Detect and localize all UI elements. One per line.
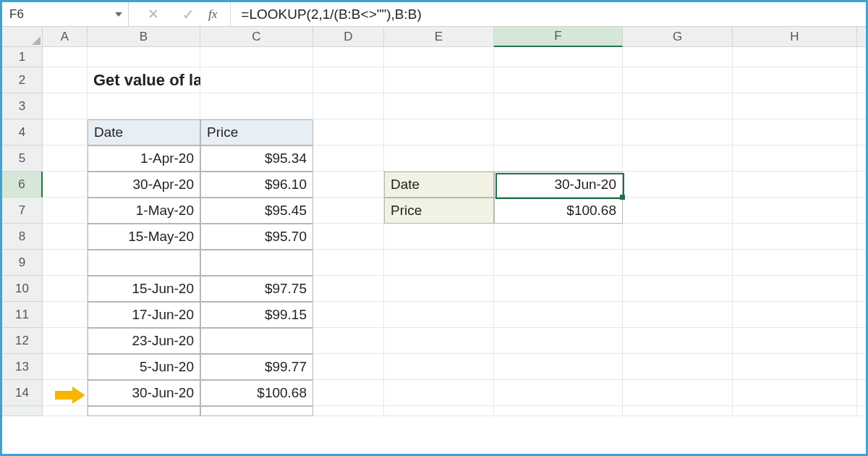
cell-D13[interactable] — [313, 354, 384, 380]
cell-A6[interactable] — [43, 172, 88, 198]
cell-A1[interactable] — [43, 47, 88, 67]
cell-F9[interactable] — [494, 250, 623, 276]
cell-D8[interactable] — [313, 224, 384, 250]
name-box[interactable]: F6 — [2, 2, 129, 26]
cell-F3[interactable] — [494, 93, 623, 119]
cell-I3[interactable] — [857, 93, 868, 119]
cell-D6[interactable] — [313, 172, 384, 198]
cell-C9[interactable] — [200, 250, 313, 276]
cell-H6[interactable] — [733, 172, 857, 198]
cell-E8[interactable] — [384, 224, 494, 250]
row-header-15[interactable] — [2, 406, 43, 416]
cell-E2[interactable] — [384, 67, 494, 93]
cell-G1[interactable] — [623, 47, 733, 67]
cell-G8[interactable] — [623, 224, 733, 250]
row-header-13[interactable]: 13 — [2, 354, 43, 380]
cell-A15[interactable] — [43, 406, 88, 416]
cell-F10[interactable] — [494, 276, 623, 302]
cell-B7[interactable]: 1-May-20 — [88, 198, 200, 224]
col-header-F[interactable]: F — [494, 27, 623, 47]
cell-H1[interactable] — [733, 47, 857, 67]
cell-G14[interactable] — [623, 380, 733, 406]
cell-C13[interactable]: $99.77 — [200, 354, 313, 380]
cell-B15[interactable] — [88, 406, 200, 416]
cell-I14[interactable] — [857, 380, 868, 406]
cell-F11[interactable] — [494, 302, 623, 328]
cell-H4[interactable] — [733, 119, 857, 145]
col-header-A[interactable]: A — [43, 27, 88, 47]
row-header-11[interactable]: 11 — [2, 302, 43, 328]
summary-price-label[interactable]: Price — [384, 198, 494, 224]
formula-input[interactable]: =LOOKUP(2,1/(B:B<>""),B:B) — [231, 2, 866, 26]
col-header-E[interactable]: E — [384, 27, 494, 47]
cell-I9[interactable] — [857, 250, 868, 276]
cell-D10[interactable] — [313, 276, 384, 302]
cell-I13[interactable] — [857, 354, 868, 380]
cell-I6[interactable] — [857, 172, 868, 198]
cell-I4[interactable] — [857, 119, 868, 145]
cell-E5[interactable] — [384, 145, 494, 172]
cell-B9[interactable] — [88, 250, 200, 276]
cell-H3[interactable] — [733, 93, 857, 119]
cell-C10[interactable]: $97.75 — [200, 276, 313, 302]
cell-H10[interactable] — [733, 276, 857, 302]
cell-I10[interactable] — [857, 276, 868, 302]
cell-G13[interactable] — [623, 354, 733, 380]
summary-price-value[interactable]: $100.68 — [494, 198, 623, 224]
cell-H11[interactable] — [733, 302, 857, 328]
table-header-price[interactable]: Price — [200, 119, 313, 145]
cell-G10[interactable] — [623, 276, 733, 302]
cell-F5[interactable] — [494, 145, 623, 172]
cell-A7[interactable] — [43, 198, 88, 224]
cell-I2[interactable] — [857, 67, 868, 93]
cell-G11[interactable] — [623, 302, 733, 328]
cell-H8[interactable] — [733, 224, 857, 250]
cell-H12[interactable] — [733, 328, 857, 354]
cell-A4[interactable] — [43, 119, 88, 145]
cell-G12[interactable] — [623, 328, 733, 354]
cell-B6[interactable]: 30-Apr-20 — [88, 172, 200, 198]
page-title[interactable]: Get value of last non-empty cell — [88, 67, 200, 93]
cell-A3[interactable] — [43, 93, 88, 119]
cell-A12[interactable] — [43, 328, 88, 354]
cell-A13[interactable] — [43, 354, 88, 380]
row-header-5[interactable]: 5 — [2, 145, 43, 172]
cell-A9[interactable] — [43, 250, 88, 276]
cell-D9[interactable] — [313, 250, 384, 276]
name-box-dropdown-icon[interactable] — [115, 12, 122, 17]
cell-F8[interactable] — [494, 224, 623, 250]
cell-I15[interactable] — [857, 406, 868, 416]
cell-F15[interactable] — [494, 406, 623, 416]
cell-I5[interactable] — [857, 145, 868, 172]
cell-A8[interactable] — [43, 224, 88, 250]
cell-E10[interactable] — [384, 276, 494, 302]
row-header-12[interactable]: 12 — [2, 328, 43, 354]
cell-D15[interactable] — [313, 406, 384, 416]
cell-F4[interactable] — [494, 119, 623, 145]
cell-B1[interactable] — [88, 47, 200, 67]
row-header-4[interactable]: 4 — [2, 119, 43, 145]
cell-D12[interactable] — [313, 328, 384, 354]
cell-B14[interactable]: 30-Jun-20 — [88, 380, 200, 406]
cell-I8[interactable] — [857, 224, 868, 250]
cell-F2[interactable] — [494, 67, 623, 93]
cell-E9[interactable] — [384, 250, 494, 276]
cell-H7[interactable] — [733, 198, 857, 224]
cell-A2[interactable] — [43, 67, 88, 93]
cell-E12[interactable] — [384, 328, 494, 354]
cell-C5[interactable]: $95.34 — [200, 145, 313, 172]
cell-B12[interactable]: 23-Jun-20 — [88, 328, 200, 354]
cell-D3[interactable] — [313, 93, 384, 119]
col-header-C[interactable]: C — [200, 27, 313, 47]
cancel-formula-button[interactable]: ✕ — [136, 2, 171, 26]
cell-C6[interactable]: $96.10 — [200, 172, 313, 198]
cell-G6[interactable] — [623, 172, 733, 198]
cell-F13[interactable] — [494, 354, 623, 380]
row-header-14[interactable]: 14 — [2, 380, 43, 406]
confirm-formula-button[interactable]: ✓ — [171, 2, 205, 26]
cell-G9[interactable] — [623, 250, 733, 276]
cell-D5[interactable] — [313, 145, 384, 172]
cell-H2[interactable] — [733, 67, 857, 93]
cell-E3[interactable] — [384, 93, 494, 119]
cell-C1[interactable] — [200, 47, 313, 67]
